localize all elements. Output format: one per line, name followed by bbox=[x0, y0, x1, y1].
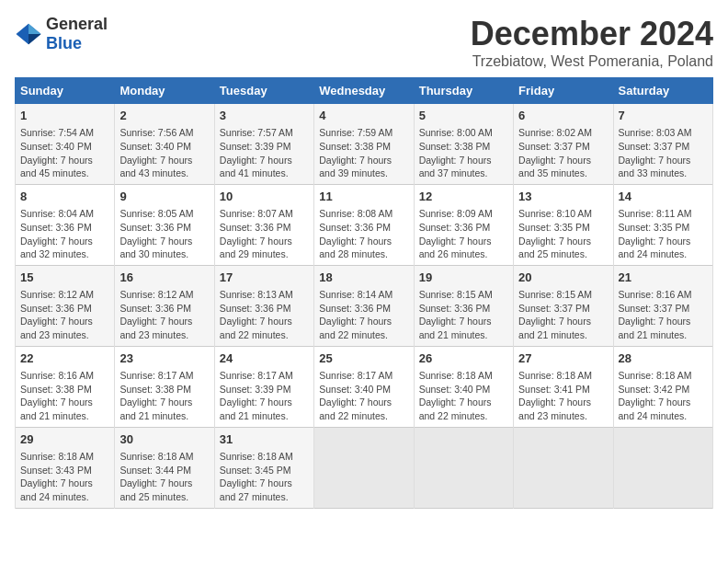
cell-content: Sunrise: 8:02 AMSunset: 3:37 PMDaylight:… bbox=[518, 126, 608, 180]
week-row-3: 15Sunrise: 8:12 AMSunset: 3:36 PMDayligh… bbox=[16, 265, 713, 346]
column-header-tuesday: Tuesday bbox=[214, 78, 313, 104]
column-header-thursday: Thursday bbox=[414, 78, 513, 104]
calendar-cell: 22Sunrise: 8:16 AMSunset: 3:38 PMDayligh… bbox=[16, 346, 115, 427]
cell-content: Sunrise: 8:12 AMSunset: 3:36 PMDaylight:… bbox=[20, 288, 109, 342]
cell-content: Sunrise: 8:17 AMSunset: 3:40 PMDaylight:… bbox=[319, 369, 408, 423]
week-row-1: 1Sunrise: 7:54 AMSunset: 3:40 PMDaylight… bbox=[16, 104, 713, 185]
week-row-2: 8Sunrise: 8:04 AMSunset: 3:36 PMDaylight… bbox=[16, 184, 713, 265]
cell-content: Sunrise: 8:09 AMSunset: 3:36 PMDaylight:… bbox=[419, 207, 508, 261]
day-number: 25 bbox=[319, 350, 408, 367]
cell-content: Sunrise: 8:13 AMSunset: 3:36 PMDaylight:… bbox=[220, 288, 309, 342]
cell-content: Sunrise: 8:12 AMSunset: 3:36 PMDaylight:… bbox=[119, 288, 209, 342]
cell-content: Sunrise: 8:17 AMSunset: 3:38 PMDaylight:… bbox=[119, 369, 209, 423]
main-title: December 2024 bbox=[471, 15, 713, 53]
column-header-saturday: Saturday bbox=[613, 78, 712, 104]
day-number: 11 bbox=[319, 189, 408, 205]
day-number: 24 bbox=[220, 350, 309, 367]
day-number: 19 bbox=[419, 270, 508, 286]
calendar-cell: 29Sunrise: 8:18 AMSunset: 3:43 PMDayligh… bbox=[16, 427, 115, 508]
calendar-cell: 15Sunrise: 8:12 AMSunset: 3:36 PMDayligh… bbox=[16, 265, 115, 346]
calendar-cell bbox=[414, 427, 513, 508]
logo-text: General Blue bbox=[46, 15, 108, 53]
calendar-cell: 9Sunrise: 8:05 AMSunset: 3:36 PMDaylight… bbox=[115, 184, 214, 265]
calendar-cell: 21Sunrise: 8:16 AMSunset: 3:37 PMDayligh… bbox=[613, 265, 712, 346]
calendar-cell: 10Sunrise: 8:07 AMSunset: 3:36 PMDayligh… bbox=[214, 184, 313, 265]
calendar-cell: 30Sunrise: 8:18 AMSunset: 3:44 PMDayligh… bbox=[115, 427, 214, 508]
calendar-cell: 13Sunrise: 8:10 AMSunset: 3:35 PMDayligh… bbox=[514, 184, 613, 265]
day-number: 29 bbox=[20, 431, 109, 448]
cell-content: Sunrise: 8:15 AMSunset: 3:36 PMDaylight:… bbox=[419, 288, 508, 342]
calendar-cell: 8Sunrise: 8:04 AMSunset: 3:36 PMDaylight… bbox=[16, 184, 115, 265]
cell-content: Sunrise: 8:18 AMSunset: 3:43 PMDaylight:… bbox=[20, 450, 109, 504]
calendar-cell: 7Sunrise: 8:03 AMSunset: 3:37 PMDaylight… bbox=[613, 104, 712, 185]
cell-content: Sunrise: 8:00 AMSunset: 3:38 PMDaylight:… bbox=[419, 126, 508, 180]
day-number: 26 bbox=[419, 350, 508, 367]
calendar-cell: 19Sunrise: 8:15 AMSunset: 3:36 PMDayligh… bbox=[414, 265, 513, 346]
calendar-cell bbox=[514, 427, 613, 508]
day-number: 12 bbox=[419, 189, 508, 205]
day-number: 18 bbox=[319, 270, 408, 286]
calendar-cell: 20Sunrise: 8:15 AMSunset: 3:37 PMDayligh… bbox=[514, 265, 613, 346]
day-number: 13 bbox=[518, 189, 608, 205]
cell-content: Sunrise: 8:16 AMSunset: 3:37 PMDaylight:… bbox=[619, 288, 708, 342]
calendar-cell: 5Sunrise: 8:00 AMSunset: 3:38 PMDaylight… bbox=[414, 104, 513, 185]
day-number: 5 bbox=[419, 108, 508, 124]
calendar-cell: 18Sunrise: 8:14 AMSunset: 3:36 PMDayligh… bbox=[314, 265, 414, 346]
week-row-5: 29Sunrise: 8:18 AMSunset: 3:43 PMDayligh… bbox=[16, 427, 713, 508]
calendar-cell: 16Sunrise: 8:12 AMSunset: 3:36 PMDayligh… bbox=[115, 265, 214, 346]
cell-content: Sunrise: 8:17 AMSunset: 3:39 PMDaylight:… bbox=[220, 369, 309, 423]
cell-content: Sunrise: 8:03 AMSunset: 3:37 PMDaylight:… bbox=[619, 126, 708, 180]
day-number: 30 bbox=[119, 431, 209, 448]
cell-content: Sunrise: 8:11 AMSunset: 3:35 PMDaylight:… bbox=[619, 207, 708, 261]
cell-content: Sunrise: 7:54 AMSunset: 3:40 PMDaylight:… bbox=[20, 126, 109, 180]
day-number: 8 bbox=[20, 189, 109, 205]
day-number: 20 bbox=[518, 270, 608, 286]
cell-content: Sunrise: 8:05 AMSunset: 3:36 PMDaylight:… bbox=[119, 207, 209, 261]
calendar-cell: 2Sunrise: 7:56 AMSunset: 3:40 PMDaylight… bbox=[115, 104, 214, 185]
day-number: 4 bbox=[319, 108, 408, 124]
day-number: 1 bbox=[20, 108, 109, 124]
calendar-cell: 25Sunrise: 8:17 AMSunset: 3:40 PMDayligh… bbox=[314, 346, 414, 427]
calendar-cell: 26Sunrise: 8:18 AMSunset: 3:40 PMDayligh… bbox=[414, 346, 513, 427]
header-row: SundayMondayTuesdayWednesdayThursdayFrid… bbox=[16, 78, 713, 104]
logo-blue: Blue bbox=[46, 34, 82, 52]
svg-marker-2 bbox=[28, 34, 41, 44]
day-number: 27 bbox=[518, 350, 608, 367]
column-header-friday: Friday bbox=[514, 78, 613, 104]
day-number: 3 bbox=[220, 108, 309, 124]
svg-marker-1 bbox=[28, 24, 41, 34]
day-number: 31 bbox=[220, 431, 309, 448]
cell-content: Sunrise: 8:15 AMSunset: 3:37 PMDaylight:… bbox=[518, 288, 608, 342]
week-row-4: 22Sunrise: 8:16 AMSunset: 3:38 PMDayligh… bbox=[16, 346, 713, 427]
day-number: 2 bbox=[119, 108, 209, 124]
cell-content: Sunrise: 8:04 AMSunset: 3:36 PMDaylight:… bbox=[20, 207, 109, 261]
cell-content: Sunrise: 8:18 AMSunset: 3:40 PMDaylight:… bbox=[419, 369, 508, 423]
day-number: 23 bbox=[119, 350, 209, 367]
cell-content: Sunrise: 7:56 AMSunset: 3:40 PMDaylight:… bbox=[119, 126, 209, 180]
column-header-wednesday: Wednesday bbox=[314, 78, 414, 104]
calendar-cell: 1Sunrise: 7:54 AMSunset: 3:40 PMDaylight… bbox=[16, 104, 115, 185]
logo-icon bbox=[15, 20, 42, 48]
day-number: 22 bbox=[20, 350, 109, 367]
day-number: 6 bbox=[518, 108, 608, 124]
calendar-cell: 24Sunrise: 8:17 AMSunset: 3:39 PMDayligh… bbox=[214, 346, 313, 427]
day-number: 21 bbox=[619, 270, 708, 286]
day-number: 7 bbox=[619, 108, 708, 124]
logo: General Blue bbox=[15, 15, 108, 53]
calendar-cell: 31Sunrise: 8:18 AMSunset: 3:45 PMDayligh… bbox=[214, 427, 313, 508]
cell-content: Sunrise: 8:10 AMSunset: 3:35 PMDaylight:… bbox=[518, 207, 608, 261]
calendar-cell: 14Sunrise: 8:11 AMSunset: 3:35 PMDayligh… bbox=[613, 184, 712, 265]
cell-content: Sunrise: 8:16 AMSunset: 3:38 PMDaylight:… bbox=[20, 369, 109, 423]
calendar-cell bbox=[314, 427, 414, 508]
day-number: 10 bbox=[220, 189, 309, 205]
cell-content: Sunrise: 7:57 AMSunset: 3:39 PMDaylight:… bbox=[220, 126, 309, 180]
day-number: 9 bbox=[119, 189, 209, 205]
calendar-cell: 11Sunrise: 8:08 AMSunset: 3:36 PMDayligh… bbox=[314, 184, 414, 265]
cell-content: Sunrise: 8:18 AMSunset: 3:41 PMDaylight:… bbox=[518, 369, 608, 423]
header: General Blue December 2024 Trzebiatow, W… bbox=[15, 15, 713, 70]
day-number: 28 bbox=[619, 350, 708, 367]
calendar-cell bbox=[613, 427, 712, 508]
calendar-cell: 23Sunrise: 8:17 AMSunset: 3:38 PMDayligh… bbox=[115, 346, 214, 427]
title-area: December 2024 Trzebiatow, West Pomerania… bbox=[471, 15, 713, 70]
cell-content: Sunrise: 8:14 AMSunset: 3:36 PMDaylight:… bbox=[319, 288, 408, 342]
